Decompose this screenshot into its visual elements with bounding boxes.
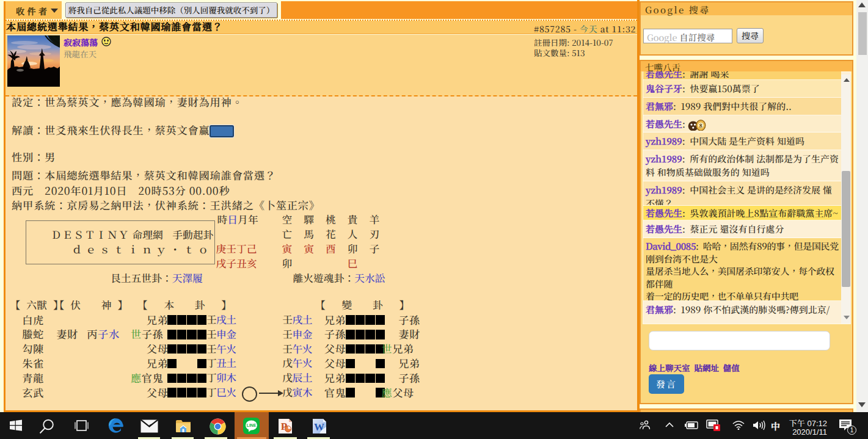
svg-text:8: 8 — [699, 122, 702, 129]
svg-text:LINE: LINE — [247, 423, 257, 427]
